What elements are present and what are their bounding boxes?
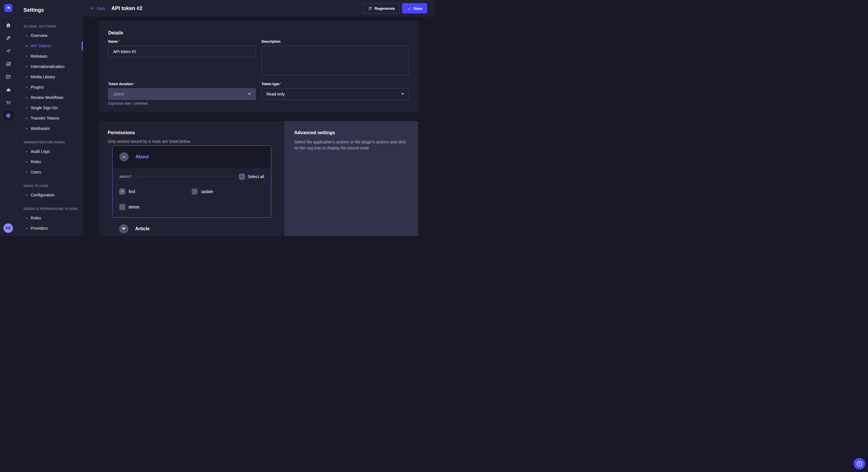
sidebar-item-label: Transfer Tokens <box>31 116 59 121</box>
sidebar-item-admin-roles[interactable]: Roles <box>24 157 83 167</box>
sidebar-item-single-sign-on[interactable]: Single Sign-On <box>24 103 83 113</box>
back-arrow-icon <box>90 6 94 11</box>
update-label: update <box>201 189 213 194</box>
sidebar-item-up-roles[interactable]: Roles <box>24 213 83 223</box>
about-accordion-title: About <box>135 154 149 160</box>
section-header-users-permissions-plugin: USERS & PERMISSIONS PLUGIN <box>24 207 83 210</box>
bullet-icon <box>26 151 27 152</box>
about-accordion-header[interactable]: About <box>113 146 271 168</box>
sidebar-item-review-workflows[interactable]: Review Workflows <box>24 92 83 103</box>
bullet-icon <box>26 107 27 109</box>
paper-plane-icon <box>5 48 11 54</box>
regenerate-label: Regenerate <box>375 6 395 11</box>
description-label: Description <box>261 40 409 43</box>
description-field-group: Description <box>261 40 409 76</box>
cart-icon <box>5 100 11 105</box>
refresh-icon <box>368 6 372 11</box>
name-input[interactable] <box>108 46 256 57</box>
bullet-icon <box>26 87 27 88</box>
select-all-control[interactable]: Select all <box>239 174 264 179</box>
required-asterisk: * <box>280 82 281 86</box>
chevron-down-icon <box>248 93 251 95</box>
details-card: Details Name* Description Token <box>99 21 418 112</box>
about-group-label: ABOUT <box>119 175 132 178</box>
nav-marketplace-button[interactable] <box>3 98 13 108</box>
sidebar-item-label: Single Sign-On <box>31 105 58 110</box>
sidebar-item-label: Releases <box>31 54 48 59</box>
page-header: Back API token #2 Regenerate Save <box>83 0 434 16</box>
sidebar-item-releases[interactable]: Releases <box>24 51 83 61</box>
select-all-checkbox[interactable] <box>239 174 245 179</box>
sidebar-item-users[interactable]: Users <box>24 167 83 177</box>
details-fields: Name* Description Token duration* Sele <box>108 40 409 105</box>
permissions-section: Permissions Only actions bound by a rout… <box>99 121 418 236</box>
action-find[interactable]: find <box>119 189 192 194</box>
article-accordion-header[interactable]: Article <box>112 220 271 236</box>
sidebar-item-webhooks[interactable]: Webhooks <box>24 123 83 134</box>
header-actions: Regenerate Save <box>363 3 427 13</box>
sidebar-item-internationalization[interactable]: Internationalization <box>24 61 83 72</box>
about-accordion-body: ABOUT Select all find <box>113 168 271 217</box>
sidebar-item-api-tokens[interactable]: API Tokens <box>24 41 83 51</box>
chevron-down-icon <box>401 93 404 95</box>
token-duration-value: Select <box>113 92 124 96</box>
delete-label: delete <box>129 205 140 209</box>
nav-media-library-button[interactable] <box>3 59 13 69</box>
bullet-icon <box>26 66 27 67</box>
token-type-select[interactable]: Read-only <box>261 88 409 100</box>
description-textarea[interactable] <box>261 46 409 75</box>
bullet-icon <box>26 117 27 119</box>
bullet-icon <box>26 228 27 229</box>
save-button[interactable]: Save <box>402 3 427 13</box>
nav-cloud-button[interactable] <box>3 85 13 95</box>
sidebar-item-audit-logs[interactable]: Audit Logs <box>24 146 83 157</box>
nav-rail: KD <box>0 0 17 236</box>
content-area: Details Name* Description Token <box>83 16 434 236</box>
collapse-accordion-button[interactable] <box>119 152 129 162</box>
nav-settings-button[interactable] <box>3 110 13 121</box>
strapi-logo-icon[interactable] <box>4 4 12 12</box>
permissions-subtitle: Only actions bound by a route are listed… <box>107 139 276 144</box>
bullet-icon <box>26 56 27 57</box>
action-delete[interactable]: delete <box>119 204 192 210</box>
nav-home-button[interactable] <box>3 20 13 30</box>
action-update[interactable]: update <box>192 189 264 194</box>
token-duration-label: Token duration* <box>108 82 256 86</box>
sidebar-item-transfer-tokens[interactable]: Transfer Tokens <box>24 113 83 123</box>
regenerate-button[interactable]: Regenerate <box>363 3 400 13</box>
nav-deploy-button[interactable] <box>3 46 13 56</box>
required-asterisk: * <box>118 40 120 43</box>
advanced-settings-panel: Advanced settings Select the application… <box>284 121 418 236</box>
sidebar-item-plugins[interactable]: Plugins <box>24 82 83 92</box>
main-area: Back API token #2 Regenerate Save Detail… <box>83 0 434 236</box>
sidebar-item-configuration[interactable]: Configuration <box>24 190 83 200</box>
settings-sidebar: Settings GLOBAL SETTINGS Overview API To… <box>17 0 83 236</box>
delete-checkbox[interactable] <box>119 204 125 210</box>
sidebar-item-overview[interactable]: Overview <box>24 30 83 41</box>
nav-content-type-builder-button[interactable] <box>3 33 13 43</box>
find-checkbox[interactable] <box>119 189 125 194</box>
bullet-icon <box>26 35 27 36</box>
bullet-icon <box>26 171 27 173</box>
nav-content-manager-button[interactable] <box>3 72 13 82</box>
group-divider <box>136 176 235 177</box>
sidebar-item-label: Audit Logs <box>31 149 50 154</box>
bullet-icon <box>26 128 27 129</box>
sidebar-item-label: Users <box>31 170 41 174</box>
sidebar-item-label: Media Library <box>31 74 55 79</box>
bullet-icon <box>26 217 27 219</box>
about-group-row: ABOUT Select all <box>119 174 264 179</box>
sidebar-title-divider <box>24 18 30 18</box>
sidebar-item-providers[interactable]: Providers <box>24 223 83 233</box>
sidebar-item-media-library[interactable]: Media Library <box>24 72 83 82</box>
bullet-icon <box>26 76 27 78</box>
token-type-label: Token type* <box>261 82 409 86</box>
back-link[interactable]: Back <box>90 6 105 11</box>
expand-accordion-button[interactable] <box>119 224 128 233</box>
update-checkbox[interactable] <box>192 189 197 194</box>
details-heading: Details <box>108 30 409 36</box>
token-duration-select[interactable]: Select <box>108 88 256 100</box>
sidebar-title: Settings <box>24 7 83 13</box>
feather-icon <box>5 35 11 41</box>
user-avatar[interactable]: KD <box>3 224 13 233</box>
